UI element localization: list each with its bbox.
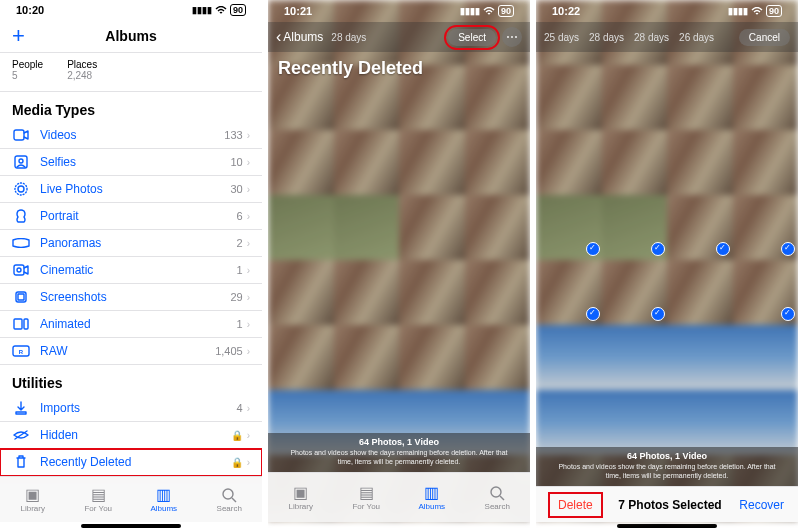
svg-rect-0 — [14, 130, 24, 140]
tab-library[interactable]: ▣ Library — [0, 477, 66, 522]
tab-label: Albums — [150, 504, 177, 513]
tab-for-you[interactable]: ▤ For You — [66, 477, 132, 522]
svg-rect-10 — [24, 319, 28, 329]
cancel-button[interactable]: Cancel — [739, 29, 790, 46]
footer-count: 64 Photos, 1 Video — [284, 437, 514, 448]
svg-point-14 — [491, 487, 501, 497]
chevron-left-icon: ‹ — [276, 28, 281, 46]
nav-bar: 25 days 28 days 28 days 26 days Cancel — [536, 22, 798, 52]
tab-label: For You — [84, 504, 112, 513]
selection-checkmark-icon — [651, 242, 665, 256]
status-right: ▮▮▮▮ 90 — [192, 4, 246, 16]
page-title: Recently Deleted — [268, 52, 530, 83]
recently-deleted-row[interactable]: Recently Deleted🔒› — [0, 449, 262, 476]
tab-search[interactable]: Search — [465, 473, 531, 522]
more-button[interactable]: ⋯ — [502, 27, 522, 47]
tab-for-you[interactable]: ▤ For You — [334, 473, 400, 522]
tab-label: Library — [289, 502, 313, 511]
row-count: 29 — [230, 291, 242, 303]
footer-info: 64 Photos, 1 Video Photos and videos sho… — [536, 447, 798, 486]
chevron-right-icon: › — [247, 265, 250, 276]
status-bar: 10:20 ▮▮▮▮ 90 — [0, 0, 262, 20]
screen-selecting: 10:22 ▮▮▮▮ 90 25 days 28 days 28 days 26… — [536, 0, 798, 532]
svg-point-4 — [15, 183, 27, 195]
list-row[interactable]: Cinematic1› — [0, 257, 262, 284]
videos-icon — [12, 128, 30, 142]
footer-count: 64 Photos, 1 Video — [552, 451, 782, 462]
count: 5 — [12, 70, 43, 81]
list-row[interactable]: Panoramas2› — [0, 230, 262, 257]
tab-search[interactable]: Search — [197, 477, 263, 522]
back-button[interactable]: ‹ Albums — [276, 28, 323, 46]
list-row[interactable]: Screenshots29› — [0, 284, 262, 311]
svg-point-13 — [223, 489, 233, 499]
tab-label: Search — [485, 502, 510, 511]
lock-icon: 🔒 — [231, 457, 243, 468]
selection-checkmark-icon — [781, 307, 795, 321]
photo-grid[interactable] — [268, 83, 530, 433]
list-row[interactable]: Portrait6› — [0, 203, 262, 230]
select-button[interactable]: Select — [448, 29, 496, 46]
svg-text:R: R — [19, 349, 24, 355]
raw-icon: R — [12, 345, 30, 357]
list-row[interactable]: Selfies10› — [0, 149, 262, 176]
row-count: 1 — [237, 318, 243, 330]
list-row[interactable]: Live Photos30› — [0, 176, 262, 203]
chevron-right-icon: › — [247, 157, 250, 168]
days-chip: 28 days — [634, 32, 669, 43]
row-count: 133 — [224, 129, 242, 141]
list-row[interactable]: Hidden🔒› — [0, 422, 262, 449]
add-button[interactable]: + — [12, 25, 25, 47]
status-right: ▮▮▮▮ 90 — [460, 5, 514, 17]
selection-checkmark-icon — [586, 307, 600, 321]
row-label: Panoramas — [40, 236, 237, 250]
row-count: 1,405 — [215, 345, 243, 357]
list-row[interactable]: RRAW1,405› — [0, 338, 262, 365]
tab-albums[interactable]: ▥ Albums — [131, 477, 197, 522]
svg-rect-8 — [18, 294, 24, 300]
row-label: Animated — [40, 317, 237, 331]
delete-button[interactable]: Delete — [550, 494, 601, 516]
search-icon — [489, 485, 505, 501]
row-label: Portrait — [40, 209, 237, 223]
status-bar: 10:22 ▮▮▮▮ 90 — [536, 0, 798, 22]
battery-icon: 90 — [498, 5, 514, 17]
media-types-list: Videos133›Selfies10›Live Photos30›Portra… — [0, 122, 262, 365]
row-count: 30 — [230, 183, 242, 195]
screenshots-icon — [12, 290, 30, 304]
utilities-header: Utilities — [0, 365, 262, 395]
trash-icon — [12, 455, 30, 469]
nav-title: Albums — [105, 28, 156, 44]
for-you-icon: ▤ — [359, 485, 374, 501]
tab-albums[interactable]: ▥ Albums — [399, 473, 465, 522]
selection-checkmark-icon — [586, 242, 600, 256]
footer-text: Photos and videos show the days remainin… — [290, 449, 507, 464]
tab-library[interactable]: ▣ Library — [268, 473, 334, 522]
list-row[interactable]: Imports4› — [0, 395, 262, 422]
row-label: Recently Deleted — [40, 455, 231, 469]
row-label: Videos — [40, 128, 224, 142]
row-count: 2 — [237, 237, 243, 249]
list-row[interactable]: Videos133› — [0, 122, 262, 149]
selection-checkmark-icon — [781, 242, 795, 256]
status-time: 10:20 — [16, 4, 44, 16]
row-count: 1 — [237, 264, 243, 276]
cellular-icon: ▮▮▮▮ — [460, 6, 480, 16]
days-chip: 28 days — [589, 32, 624, 43]
row-label: Selfies — [40, 155, 230, 169]
lock-icon: 🔒 — [231, 430, 243, 441]
photo-grid[interactable] — [536, 52, 798, 447]
tab-label: Library — [21, 504, 45, 513]
days-chip: 28 days — [331, 32, 366, 43]
search-icon — [221, 487, 237, 503]
recover-button[interactable]: Recover — [739, 498, 784, 512]
album-places[interactable]: Places 2,248 — [67, 59, 97, 81]
filter-chips: 28 days — [323, 32, 448, 43]
album-people[interactable]: People 5 — [12, 59, 43, 81]
list-row[interactable]: Animated1› — [0, 311, 262, 338]
screen-albums-list: 10:20 ▮▮▮▮ 90 + Albums People 5 Places 2… — [0, 0, 262, 532]
animated-icon — [12, 318, 30, 330]
svg-rect-1 — [15, 156, 27, 168]
home-indicator[interactable] — [81, 524, 181, 528]
media-types-header: Media Types — [0, 92, 262, 122]
